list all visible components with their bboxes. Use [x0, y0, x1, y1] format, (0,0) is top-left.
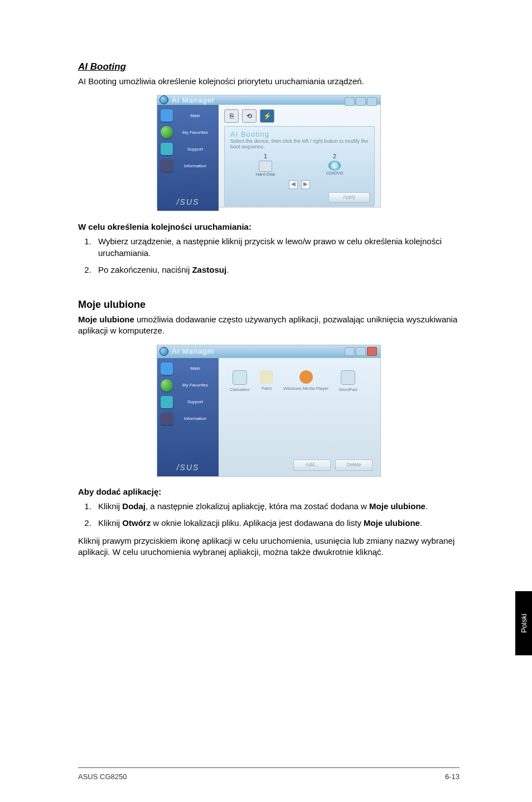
- app-wmp: Windows Media Player: [283, 370, 328, 392]
- sidebar-item-support: Support: [175, 147, 215, 152]
- calculator-icon: [233, 370, 247, 385]
- figure2-titlebar: AI Manager: [157, 345, 380, 358]
- figure1-sidebar: Main My Favorites Support Information /S…: [157, 105, 219, 211]
- right-arrow-icon: ▶: [301, 180, 310, 189]
- document-page: AI Booting AI Booting umożliwia określen…: [0, 0, 532, 802]
- section1-step1: Wybierz urządzenie, a następnie kliknij …: [94, 236, 460, 259]
- device-1-num: 1: [264, 153, 267, 160]
- minimize-icon: [345, 347, 355, 356]
- s1-step2-a: Po zakończeniu, naciśnij: [98, 265, 192, 274]
- add-button: Add...: [293, 460, 331, 471]
- maximize-icon: [356, 347, 366, 356]
- section1-subheading: W celu określenia kolejności uruchamiani…: [78, 222, 460, 231]
- device-2: 2 CD/DVD: [326, 153, 344, 177]
- pager: ◀ ▶: [230, 180, 369, 189]
- section2-step2: Kliknij Otwórz w oknie lokalizacji pliku…: [94, 518, 460, 529]
- device-row: 1 Hard Disk 2 CD/DVD: [230, 153, 369, 177]
- section2-outro: Kliknij prawym przyciskiem ikonę aplikac…: [78, 535, 460, 558]
- sidebar-main-icon: [161, 109, 173, 122]
- device-1: 1 Hard Disk: [256, 153, 275, 177]
- s2-step1-c: , a następnie zlokalizuj apliakcję, któr…: [146, 501, 369, 511]
- device-1-label: Hard Disk: [256, 172, 275, 177]
- sidebar-favorites-icon: [161, 379, 173, 392]
- wordpad-icon: [341, 370, 355, 385]
- s2-step2-d: Moje ulubione: [364, 518, 420, 528]
- s2-intro-a: Moje ulubione: [78, 315, 134, 324]
- figure-ai-booting: AI Manager Main My Favorites Support Inf…: [157, 95, 381, 207]
- sidebar-main-icon: [161, 363, 173, 375]
- brand-text: /SUS: [177, 193, 200, 211]
- section1-title: AI Booting: [78, 61, 460, 73]
- apps-row: Calculator Paint Windows Media Player Wo…: [224, 363, 375, 400]
- sidebar-item-main: Main: [175, 366, 215, 371]
- figure1-main: ⎘ ⟲ ⚡ AI Booting Select the device, then…: [219, 105, 380, 211]
- device-2-label: CD/DVD: [326, 171, 344, 176]
- sidebar-support-icon: [161, 396, 173, 408]
- section2-step1: Kliknij Dodaj, a następnie zlokalizuj ap…: [94, 501, 460, 512]
- window-controls: [345, 347, 377, 356]
- sidebar-item-main: Main: [175, 113, 215, 118]
- s2-step1-a: Kliknij: [98, 501, 122, 511]
- s2-step2-c: w oknie lokalizacji pliku. Aplikacja jes…: [151, 518, 364, 528]
- s2-step1-b: Dodaj: [122, 501, 146, 511]
- section1-steps: Wybierz urządzenie, a następnie kliknij …: [78, 236, 460, 276]
- sidebar-item-favorites: My Favorites: [175, 383, 215, 388]
- s1-step2-c: .: [226, 265, 229, 274]
- section1-step2: Po zakończeniu, naciśnij Zastosuj.: [94, 264, 460, 276]
- app-calculator: Calculator: [230, 370, 250, 392]
- figure1-titlebar: AI Manager: [157, 95, 380, 105]
- tool-btn-1: ⎘: [224, 109, 239, 123]
- sidebar-info-icon: [161, 413, 173, 425]
- figure-my-favorites: AI Manager Main My Favorites Support Inf…: [157, 345, 381, 477]
- sidebar-info-icon: [161, 160, 173, 172]
- app-paint: Paint: [260, 370, 273, 392]
- footer-right: 6-13: [445, 772, 460, 781]
- figure2-sidebar: Main My Favorites Support Information /S…: [157, 358, 219, 476]
- sidebar-item-information: Information: [175, 416, 215, 421]
- app-label-3: WordPad: [338, 387, 357, 392]
- figure1-title: AI Manager: [172, 96, 215, 104]
- section1-intro: AI Booting umożliwia określenie kolejnoś…: [78, 76, 460, 87]
- tool-btn-3: ⚡: [260, 109, 274, 123]
- sidebar-favorites-icon: [161, 126, 173, 138]
- sidebar-item-support: Support: [175, 399, 215, 404]
- language-tab: Polski: [515, 591, 532, 655]
- sidebar-item-favorites: My Favorites: [175, 130, 215, 135]
- app-label-2: Windows Media Player: [283, 386, 328, 391]
- app-logo-icon: [159, 347, 168, 356]
- app-label-0: Calculator: [230, 387, 250, 392]
- sidebar-item-information: Information: [175, 163, 215, 168]
- figure2-title: AI Manager: [172, 347, 215, 355]
- dvd-icon: [328, 161, 341, 171]
- left-arrow-icon: ◀: [289, 180, 298, 189]
- section2-steps: Kliknij Dodaj, a następnie zlokalizuj ap…: [78, 501, 460, 529]
- figure2-main: Calculator Paint Windows Media Player Wo…: [219, 358, 380, 476]
- boot-panel: AI Booting Select the device, then click…: [224, 126, 375, 206]
- page-footer: ASUS CG8250 6-13: [78, 767, 460, 781]
- sidebar-support-icon: [161, 143, 173, 155]
- s2-step1-d: Moje ulubione: [369, 501, 425, 511]
- harddisk-icon: [259, 161, 272, 172]
- s1-step2-b: Zastosuj: [192, 265, 226, 274]
- close-icon: [367, 347, 377, 356]
- section2-title: Moje ulubione: [78, 299, 460, 311]
- language-label: Polski: [520, 613, 528, 633]
- brand-text: /SUS: [177, 458, 200, 476]
- app-label-1: Paint: [262, 386, 272, 391]
- media-player-icon: [299, 370, 313, 384]
- app-logo-icon: [159, 95, 168, 104]
- tool-btn-2: ⟲: [242, 109, 257, 123]
- panel-desc: Select the device, then click the left /…: [230, 138, 369, 149]
- figure2-button-row: Add... Delete: [293, 460, 373, 471]
- apply-button: Apply: [328, 192, 370, 202]
- app-wordpad: WordPad: [338, 370, 357, 392]
- s2-step1-e: .: [425, 501, 428, 511]
- section2-intro: Moje ulubione umożliwia dodawanie często…: [78, 314, 460, 337]
- device-2-num: 2: [333, 153, 336, 160]
- s2-step2-e: .: [420, 518, 422, 528]
- section2-subheading: Aby dodać aplikację:: [78, 487, 460, 496]
- paint-icon: [260, 370, 273, 384]
- panel-title: AI Booting: [230, 130, 369, 138]
- footer-left: ASUS CG8250: [78, 772, 127, 781]
- s2-intro-b: umożliwia dodawanie często używanych apl…: [78, 315, 457, 335]
